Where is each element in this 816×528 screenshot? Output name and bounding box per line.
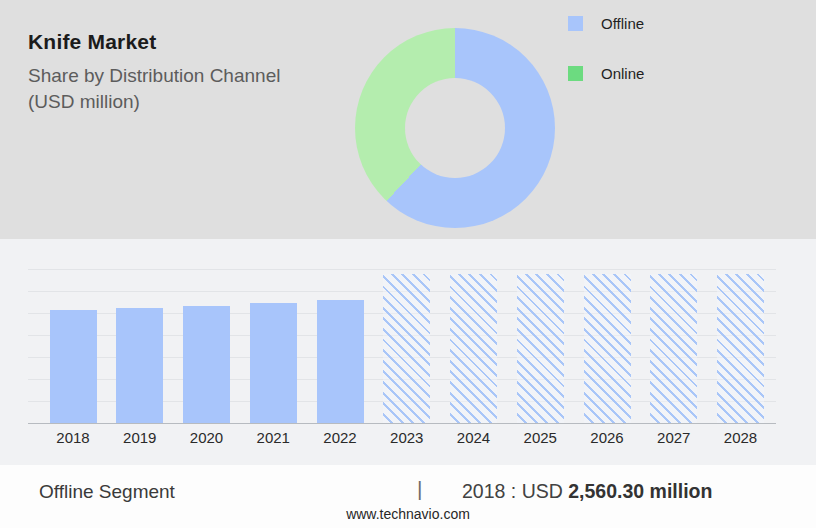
forecast-bar-2026 [584, 274, 631, 423]
x-tick-2025: 2025 [507, 429, 573, 446]
page-subtitle: Share by Distribution Channel (USD milli… [28, 63, 338, 115]
stat-divider: | [417, 477, 422, 501]
infographic-page: Knife Market Share by Distribution Chann… [0, 0, 816, 528]
offline-swatch-icon [568, 16, 583, 31]
bar-2021 [250, 303, 297, 423]
x-tick-2028: 2028 [708, 429, 774, 446]
forecast-bar-2023 [383, 274, 430, 423]
bar-2022 [317, 300, 364, 423]
stat-prefix: 2018 : USD [462, 480, 563, 502]
page-title: Knife Market [28, 30, 338, 54]
stat-line: 2018 : USD 2,560.30 million [462, 480, 712, 503]
x-tick-2020: 2020 [174, 429, 240, 446]
subtitle-line-1: Share by Distribution Channel [28, 63, 338, 89]
legend-label-online: Online [601, 65, 644, 82]
bar-chart-plot [28, 269, 776, 423]
bar-2019 [116, 308, 163, 423]
x-tick-2022: 2022 [307, 429, 373, 446]
forecast-bar-2028 [717, 274, 764, 423]
x-axis-line [28, 423, 776, 424]
bar-chart-section: 2018201920202021202220232024202520262027… [0, 239, 816, 465]
stat-value: 2,560.30 million [568, 480, 712, 502]
subtitle-line-2: (USD million) [28, 89, 338, 115]
bar-2018 [50, 310, 97, 423]
legend-item-online: Online [568, 65, 644, 82]
legend-label-offline: Offline [601, 15, 644, 32]
x-tick-2021: 2021 [240, 429, 306, 446]
x-tick-2023: 2023 [374, 429, 440, 446]
x-tick-2018: 2018 [40, 429, 106, 446]
bar-2020 [183, 306, 230, 423]
x-tick-2019: 2019 [107, 429, 173, 446]
header: Knife Market Share by Distribution Chann… [28, 30, 338, 115]
segment-label: Offline Segment [39, 481, 175, 503]
x-tick-2027: 2027 [641, 429, 707, 446]
top-section: Knife Market Share by Distribution Chann… [0, 0, 816, 239]
legend-item-offline: Offline [568, 15, 644, 32]
online-swatch-icon [568, 66, 583, 81]
forecast-bar-2027 [650, 274, 697, 423]
x-tick-2024: 2024 [441, 429, 507, 446]
donut-chart [355, 28, 555, 228]
forecast-bar-2024 [450, 274, 497, 423]
donut-hole [405, 78, 505, 178]
x-tick-2026: 2026 [574, 429, 640, 446]
footer-section: Offline Segment | 2018 : USD 2,560.30 mi… [0, 465, 816, 528]
gridline [28, 269, 776, 270]
x-axis-labels: 2018201920202021202220232024202520262027… [28, 429, 776, 449]
website-url: www.technavio.com [0, 506, 816, 522]
forecast-bar-2025 [517, 274, 564, 423]
